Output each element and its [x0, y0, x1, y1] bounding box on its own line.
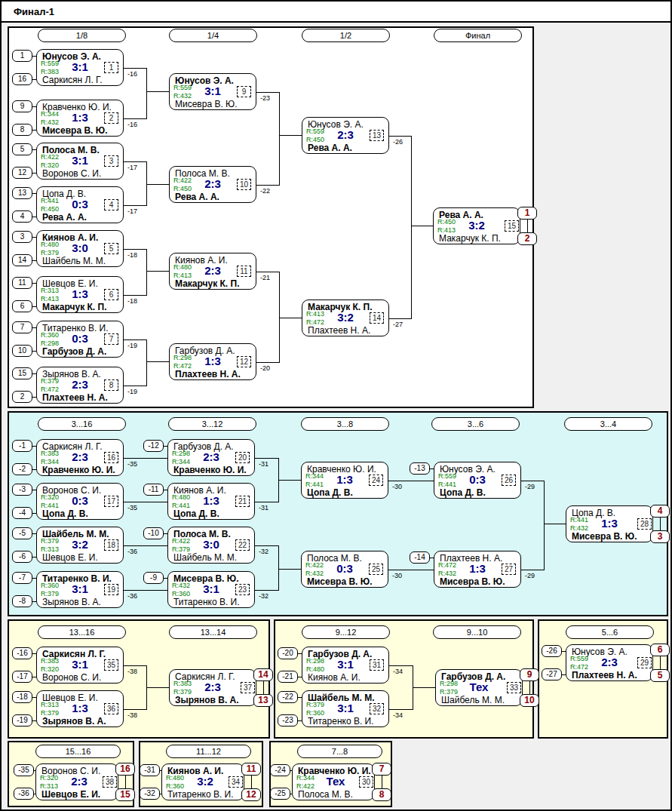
- match-box[interactable]: Полоса М. В.R:422R:3203:13Воронов С. И.: [36, 143, 124, 180]
- player-name: Рева А. А.: [308, 143, 352, 153]
- match-box[interactable]: Полоса М. В.R:422R:4502:310Рева А. А.: [169, 166, 256, 203]
- round-header: Финал: [434, 29, 522, 42]
- match-box[interactable]: Саркисян Л. Г.R:383R:3442:316Кравченко Ю…: [36, 439, 124, 476]
- bracket-line: [389, 318, 411, 319]
- match-score: 3:0: [58, 241, 102, 256]
- match-box[interactable]: Юнусов Э. А.R:559R:3833:11Саркисян Л. Г.: [36, 49, 124, 86]
- round-header: 11...12: [166, 745, 251, 758]
- match-score: 2:3: [58, 377, 102, 392]
- round-header: 1/4: [169, 29, 257, 42]
- bracket-line: [124, 249, 146, 250]
- player-rating: R:379: [41, 537, 59, 545]
- match-box[interactable]: Киянов А. И.R:480R:4411:321Цопа Д. В.: [167, 483, 255, 520]
- loser-dest-label: -21: [260, 274, 270, 281]
- loser-dest-label: -19: [127, 342, 137, 349]
- bracket-line: [389, 665, 413, 666]
- player-name: Мисевра В. Ю.: [440, 576, 505, 587]
- seed-box: -16: [12, 647, 32, 659]
- player-rating: R:441: [41, 197, 59, 204]
- player-name: Макарчук К. П.: [175, 278, 239, 289]
- match-box[interactable]: Юнусов Э. А.R:559R:4410:326Цопа Д. В.: [434, 462, 521, 499]
- player-rating: R:313: [41, 701, 59, 708]
- match-box[interactable]: Гарбузов Д. А.R:298R:379Тех33Шайбель М. …: [435, 669, 523, 706]
- player-rating: R:344: [296, 774, 315, 782]
- player-name: Киянов А. И.: [308, 672, 361, 683]
- match-box[interactable]: Шевцов Е. И.R:313R:3791:336Зырянов В. А.: [36, 690, 124, 727]
- match-box[interactable]: Зырянов В. А.R:379R:4722:38Плахтеев Н. А…: [36, 367, 124, 404]
- match-number: 30: [359, 776, 373, 788]
- bracket-line: [124, 590, 167, 591]
- match-box[interactable]: Юнусов Э. А.R:559R:4323:19Мисевра В. Ю.: [169, 73, 256, 110]
- match-box[interactable]: Юнусов Э. А.R:559R:4502:313Рева А. А.: [302, 117, 389, 154]
- seed-box: 16: [12, 73, 32, 85]
- player-rating: R:422: [173, 177, 192, 184]
- match-box[interactable]: Шайбель М. М.R:379R:3133:218Шевцов Е. И.: [36, 527, 124, 564]
- match-box[interactable]: Мисевра В. Ю.R:432R:3603:123Титаренко В.…: [167, 571, 255, 608]
- match-box[interactable]: Киянов А. И.R:480R:3793:05Шайбель М. М.: [36, 230, 124, 267]
- seed-box: -10: [143, 527, 164, 539]
- match-box[interactable]: Кравченко Ю. И.R:344R:4321:32Мисевра В. …: [36, 100, 124, 137]
- bracket-line: [256, 362, 279, 363]
- match-number: 8: [104, 379, 118, 391]
- place-box: 8: [372, 788, 391, 801]
- match-box[interactable]: Гарбузов Д. А.R:298R:4721:312Плахтеев Н.…: [169, 343, 256, 380]
- match-box[interactable]: Саркисян Л. Г.R:383R:3792:337Зырянов В. …: [169, 669, 256, 706]
- match-box[interactable]: Цопа Д. В.R:441R:4500:34Рева А. А.: [36, 186, 124, 223]
- match-box[interactable]: Цопа Д. В.R:441R:4321:328Мисевра В. Ю.: [566, 505, 653, 542]
- player-rating: R:559: [306, 127, 324, 135]
- match-box[interactable]: Юнусов Э. А.R:559R:4722:329Плахтеев Н. А…: [566, 644, 653, 681]
- match-score: 2:3: [191, 680, 235, 695]
- place-box: 3: [650, 530, 670, 543]
- match-score: 2:3: [588, 655, 631, 670]
- player-name: Плахтеев Н. А.: [42, 392, 108, 403]
- player-rating: R:360: [41, 582, 59, 589]
- place-box: 15: [115, 788, 135, 801]
- match-box[interactable]: Шевцов Е. И.R:313R:4131:36Макарчук К. П.: [36, 276, 124, 313]
- match-score: 3:1: [58, 582, 102, 597]
- match-box[interactable]: Макарчук К. П.R:413R:4723:214Плахтеев Н.…: [302, 300, 389, 336]
- seed-box: -7: [12, 572, 32, 584]
- seed-box: 6: [12, 300, 32, 312]
- player-name: Титаренко В. И.: [308, 716, 374, 727]
- player-name: Саркисян Л. Г.: [42, 75, 102, 85]
- match-box[interactable]: Кравченко Ю. И.R:344R:4411:324Цопа Д. В.: [301, 462, 388, 499]
- match-score: 1:3: [456, 561, 499, 576]
- match-box[interactable]: Плахтеев Н. А.R:472R:4321:327Мисевра В. …: [434, 551, 521, 588]
- round-header: 1/2: [302, 29, 390, 42]
- match-score: 2:3: [191, 263, 235, 278]
- match-box[interactable]: Рева А. А.R:450R:4133:215Макарчук К. П.: [433, 207, 520, 244]
- match-box[interactable]: Воронов С. И.R:320R:3132:338Шевцов Е. И.: [35, 763, 118, 800]
- loser-dest-label: -35: [127, 504, 137, 511]
- match-box[interactable]: Гарбузов Д. А.R:298R:4803:131Киянов А. И…: [302, 647, 389, 684]
- bracket-line: [278, 545, 279, 591]
- seed-box: -1: [12, 440, 32, 452]
- player-name: Воронов С. И.: [42, 168, 101, 179]
- match-number: 23: [235, 584, 250, 595]
- match-box[interactable]: Полоса М. В.R:422R:4320:325Мисевра В. Ю.: [301, 551, 388, 588]
- match-box[interactable]: Гарбузов Д. А.R:298R:3442:320Кравченко Ю…: [167, 439, 255, 476]
- seed-box: -20: [278, 647, 298, 659]
- round-header: 7...8: [297, 745, 382, 758]
- bracket-line: [389, 136, 411, 137]
- match-number: 7: [104, 333, 118, 345]
- match-box[interactable]: Кравченко Ю. И.R:344R:422Тех30Полоса М. …: [292, 763, 375, 800]
- tournament-bracket-page: Финал-1 1/81/41/2ФиналЮнусов Э. А.R:559R…: [0, 0, 672, 811]
- round-header: 9...12: [302, 625, 390, 639]
- match-box[interactable]: Полоса М. В.R:422R:3793:022Шайбель М. М.: [167, 527, 255, 564]
- match-box[interactable]: Шайбель М. М.R:379R:3603:132Титаренко В.…: [302, 690, 389, 727]
- place-box: 6: [650, 644, 670, 656]
- bracket-line: [124, 709, 146, 710]
- match-box[interactable]: Киянов А. И.R:480R:3603:234Титаренко В. …: [161, 763, 244, 800]
- seed-box: 2: [12, 391, 32, 403]
- bracket-line: [382, 776, 382, 789]
- match-box[interactable]: Киянов А. И.R:480R:4132:311Макарчук К. П…: [169, 253, 256, 290]
- match-box[interactable]: Воронов С. И.R:320R:4410:317Цопа Д. В.: [36, 483, 124, 520]
- match-score: 0:3: [58, 493, 102, 508]
- player-rating: R:298: [306, 657, 324, 665]
- bracket-line: [411, 226, 433, 226]
- match-box[interactable]: Саркисян Л. Г.R:383R:3203:135Воронов С. …: [36, 647, 124, 684]
- match-box[interactable]: Титаренко В. И.R:360R:2980:37Гарбузов Д.…: [36, 321, 124, 358]
- round-header: 3...16: [38, 417, 126, 431]
- match-box[interactable]: Титаренко В. И.R:360R:3793:119Зырянов В.…: [36, 571, 124, 608]
- match-number: 31: [370, 659, 384, 671]
